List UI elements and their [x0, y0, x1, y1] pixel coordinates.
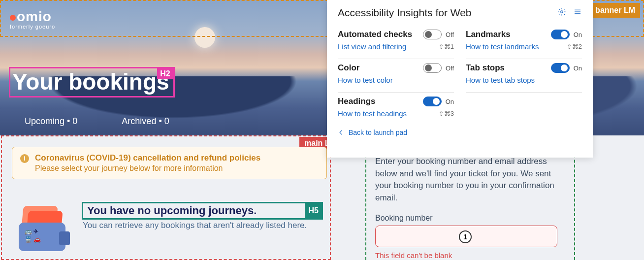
sun-graphic — [194, 27, 215, 48]
banner-landmark-tag: banner LM — [590, 3, 640, 18]
shortcut: ⇧⌘2 — [567, 43, 582, 50]
check-landmarks: LandmarksOnHow to test landmarks⇧⌘2 — [466, 26, 582, 59]
shortcut: ⇧⌘1 — [439, 43, 454, 50]
check-link[interactable]: How to test headings — [338, 109, 407, 118]
check-link[interactable]: How to test tab stops — [466, 76, 535, 84]
logo-main: omio — [10, 9, 55, 25]
booking-number-error: This field can't be blank — [375, 251, 452, 260]
check-title: Headings — [338, 97, 376, 106]
toggle-state: On — [574, 31, 582, 38]
no-journeys-subtext: You can retrieve any bookings that aren'… — [83, 221, 307, 230]
form-intro-text: Enter your booking number and email addr… — [375, 156, 562, 204]
heading-tag-h5: H5 — [305, 203, 322, 218]
shortcut: ⇧⌘3 — [439, 110, 454, 117]
check-color: ColorOffHow to test color — [338, 59, 454, 93]
check-automated-checks: Automated checksOffList view and filteri… — [338, 26, 454, 59]
menu-icon[interactable] — [573, 7, 582, 18]
tab-upcoming[interactable]: Upcoming • 0 — [25, 116, 77, 127]
check-title: Landmarks — [466, 30, 511, 39]
wallet-illustration: 🚌 ✈🚆 🚗 — [19, 206, 68, 250]
toggle[interactable] — [423, 97, 442, 106]
heading-tag-h2: H2 — [157, 68, 173, 79]
check-title: Color — [338, 63, 359, 73]
check-headings: HeadingsOnHow to test headings⇧⌘3 — [338, 93, 454, 126]
toggle-state: On — [446, 98, 454, 105]
toggle[interactable] — [551, 30, 570, 39]
covid-alert[interactable]: i Coronavirus (COVID-19) cancellation an… — [12, 147, 327, 179]
toggle-state: On — [574, 65, 582, 72]
panel-title: Accessibility Insights for Web — [338, 7, 472, 19]
page-heading-outline: Your bookings H2 — [9, 67, 175, 98]
check-title: Tab stops — [466, 63, 505, 73]
toggle[interactable] — [423, 30, 442, 39]
booking-tabs: Upcoming • 0 Archived • 0 — [25, 116, 169, 127]
toggle[interactable] — [423, 63, 442, 73]
check-tab-stops: Tab stopsOnHow to test tab stops — [466, 59, 582, 93]
toggle[interactable] — [551, 63, 570, 73]
svg-point-0 — [561, 11, 563, 13]
no-journeys-heading: You have no upcoming journeys. — [83, 203, 322, 218]
logo-sub: formerly goeuro — [10, 24, 55, 30]
info-icon: i — [20, 154, 29, 163]
toggle-state: Off — [446, 31, 454, 38]
booking-number-label: Booking number — [375, 214, 433, 223]
no-journeys-heading-outline: You have no upcoming journeys. H5 — [82, 202, 323, 220]
check-title: Automated checks — [338, 30, 412, 39]
back-to-launch-pad[interactable]: Back to launch pad — [338, 129, 582, 136]
toggle-state: Off — [446, 65, 454, 72]
alert-title: Coronavirus (COVID-19) cancellation and … — [35, 153, 260, 163]
logo[interactable]: omio formerly goeuro — [10, 9, 55, 30]
check-link[interactable]: List view and filtering — [338, 42, 406, 51]
gear-icon[interactable] — [557, 7, 566, 18]
tab-stop-indicator: 1 — [459, 230, 472, 243]
page-title: Your bookings — [10, 68, 173, 96]
accessibility-insights-panel: Accessibility Insights for Web Automated… — [327, 0, 593, 158]
check-link[interactable]: How to test color — [338, 76, 393, 84]
alert-subtitle: Please select your journey below for mor… — [35, 164, 260, 173]
tab-archived[interactable]: Archived • 0 — [122, 116, 169, 127]
check-link[interactable]: How to test landmarks — [466, 42, 539, 51]
